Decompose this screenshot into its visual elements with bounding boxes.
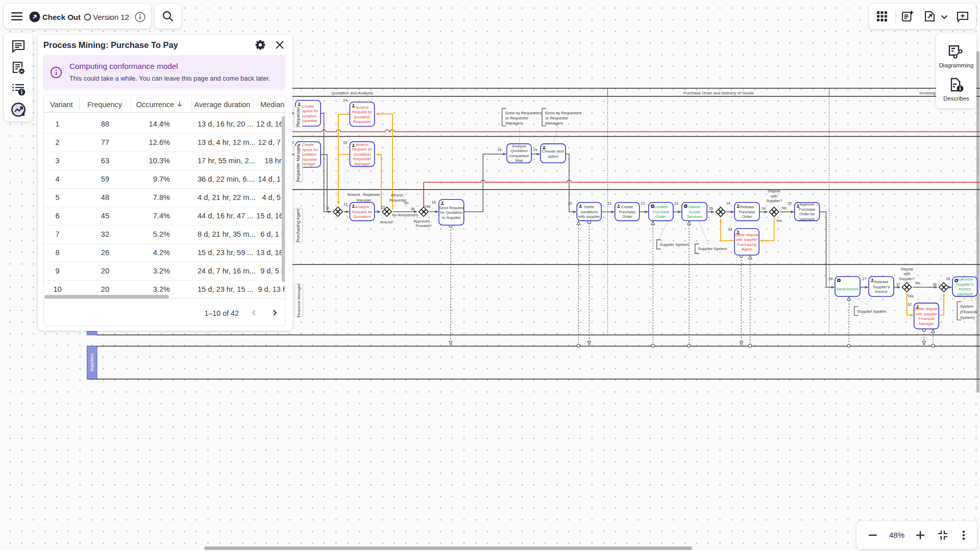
svg-text:Amend?: Amend? xyxy=(380,220,394,224)
svg-text:27: 27 xyxy=(862,277,866,281)
svg-text:13: 13 xyxy=(381,205,385,210)
svg-text:No: No xyxy=(782,206,787,210)
svg-text:Supplier System: Supplier System xyxy=(857,309,887,314)
svg-text:or Requester: or Requester xyxy=(545,116,568,120)
svg-text:Manager: Manager xyxy=(357,198,372,203)
svg-text:15: 15 xyxy=(343,140,347,145)
svg-text:System): System) xyxy=(960,315,975,320)
svg-text:Dispute: Dispute xyxy=(768,189,780,193)
svg-text:30: 30 xyxy=(728,227,732,232)
svg-text:with: with xyxy=(903,271,911,276)
svg-text:Purchase Order and Delivery of: Purchase Order and Delivery of Goods xyxy=(683,91,754,95)
svg-text:37: 37 xyxy=(896,282,900,287)
svg-text:Supplier?: Supplier? xyxy=(766,198,782,203)
svg-text:23: 23 xyxy=(674,201,678,206)
svg-text:Yes: Yes xyxy=(908,294,914,298)
svg-text:35: 35 xyxy=(709,206,713,211)
svg-text:(Financial: (Financial xyxy=(960,310,977,314)
svg-text:22: 22 xyxy=(641,201,645,206)
svg-text:Approved -: Approved - xyxy=(413,219,432,223)
svg-text:38: 38 xyxy=(410,207,414,211)
svg-text:28: 28 xyxy=(946,277,950,281)
svg-text:Done by Requesters: Done by Requesters xyxy=(545,111,581,115)
svg-text:16: 16 xyxy=(432,200,436,205)
svg-text:20: 20 xyxy=(568,201,572,206)
svg-text:Requester Manager: Requester Manager xyxy=(296,145,301,182)
svg-text:26: 26 xyxy=(828,277,832,281)
svg-text:24: 24 xyxy=(726,201,730,206)
svg-text:18: 18 xyxy=(497,147,501,152)
svg-text:or Requester: or Requester xyxy=(505,116,528,120)
svg-text:Yes: Yes xyxy=(425,204,431,209)
svg-text:11: 11 xyxy=(326,206,330,210)
svg-text:Invoicing: Invoicing xyxy=(919,91,936,95)
svg-text:Quotation and Analysis: Quotation and Analysis xyxy=(331,91,373,95)
svg-text:Proceed?: Proceed? xyxy=(415,223,431,228)
svg-text:36: 36 xyxy=(933,282,937,287)
svg-text:14: 14 xyxy=(343,98,347,103)
svg-text:Requester: Requester xyxy=(389,198,407,203)
svg-text:Supplier System: Supplier System xyxy=(698,246,727,251)
svg-text:Purchasing Agent: Purchasing Agent xyxy=(296,209,301,242)
svg-text:No: No xyxy=(916,281,920,285)
svg-text:Managers: Managers xyxy=(505,121,523,126)
svg-text:34: 34 xyxy=(762,206,766,211)
svg-text:Yes: Yes xyxy=(776,218,782,223)
svg-text:32: 32 xyxy=(908,302,912,307)
svg-text:Financial Manager: Financial Manager xyxy=(297,284,301,317)
svg-text:ReleaseSupplier'sInvoice: ReleaseSupplier'sInvoice xyxy=(873,280,890,294)
svg-text:Supplier?: Supplier? xyxy=(899,277,915,281)
svg-text:Supplier System: Supplier System xyxy=(660,242,689,247)
svg-text:ApprovePurchaseOrder forpaymen: ApprovePurchaseOrder forpayment xyxy=(799,202,815,221)
svg-text:12: 12 xyxy=(344,202,348,207)
svg-text:Amend - Requester: Amend - Requester xyxy=(348,192,380,197)
svg-text:Managers: Managers xyxy=(545,121,563,126)
svg-text:Send invoice: Send invoice xyxy=(836,287,859,291)
svg-text:Amend -: Amend - xyxy=(391,193,405,197)
svg-text:Send Requestfor Quotationto Su: Send Requestfor Quotationto Supplier xyxy=(439,206,464,220)
svg-text:AuthorizeSupplier'sInvoicepaym: AuthorizeSupplier'sInvoicepayment xyxy=(956,277,973,296)
svg-text:19: 19 xyxy=(533,147,537,152)
svg-text:21: 21 xyxy=(607,201,611,206)
svg-text:Done by Requesters: Done by Requesters xyxy=(505,111,542,115)
svg-text:Dispute: Dispute xyxy=(901,267,914,271)
svg-text:Requester: Requester xyxy=(296,107,301,127)
svg-text:No Amendment: No Amendment xyxy=(392,213,418,217)
svg-text:DeliverGoodsServices: DeliverGoodsServices xyxy=(687,205,702,219)
svg-text:System: System xyxy=(960,304,973,309)
svg-text:25: 25 xyxy=(788,201,792,206)
svg-text:with: with xyxy=(770,194,777,198)
svg-text:Suppliers: Suppliers xyxy=(89,354,94,371)
